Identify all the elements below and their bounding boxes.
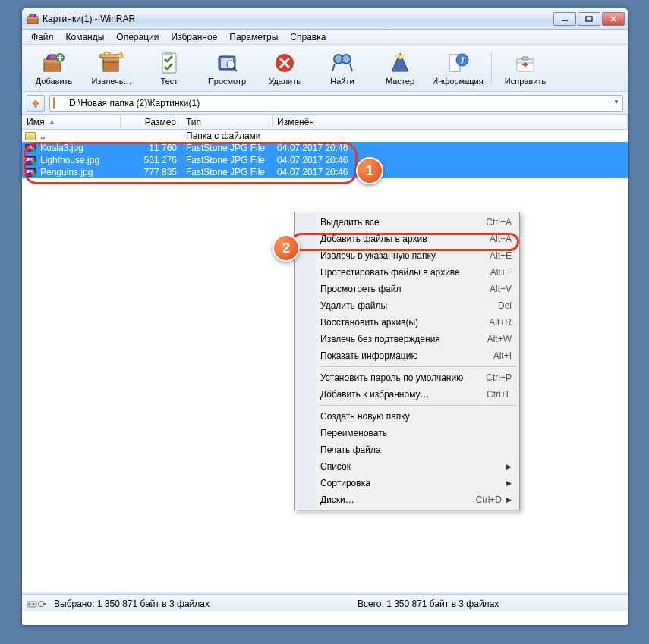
file-name: Penguins.jpg bbox=[36, 167, 121, 177]
file-name: Koala3.jpg bbox=[36, 143, 121, 153]
dropdown-arrow-icon[interactable]: ▼ bbox=[613, 99, 619, 105]
sort-asc-icon: ▲ bbox=[49, 118, 55, 125]
window-title: Картинки(1) - WinRAR bbox=[43, 14, 553, 24]
menu-options[interactable]: Параметры bbox=[223, 30, 284, 44]
tool-test[interactable]: Тест bbox=[142, 50, 197, 86]
menu-file[interactable]: Файл bbox=[25, 30, 60, 44]
cm-test-archive[interactable]: Протестировать файлы в архиве Alt+T bbox=[296, 264, 518, 281]
cm-show-info[interactable]: Показать информацию Alt+I bbox=[296, 347, 518, 364]
menu-operations[interactable]: Операции bbox=[110, 30, 165, 44]
tool-label: Информация bbox=[432, 77, 483, 86]
column-size[interactable]: Размер bbox=[121, 115, 181, 129]
annotation-callout-2: 2 bbox=[273, 234, 300, 262]
svg-point-35 bbox=[39, 601, 44, 606]
folder-icon bbox=[25, 132, 36, 140]
minimize-button[interactable] bbox=[553, 12, 576, 26]
status-bar: Выбрано: 1 350 871 байт в 3 файлах Всего… bbox=[22, 595, 628, 611]
context-menu-separator bbox=[319, 366, 516, 367]
tool-label: Извлечь… bbox=[91, 77, 131, 86]
tool-label: Удалить bbox=[269, 77, 301, 86]
parent-folder-row[interactable]: .. Папка с файлами bbox=[22, 130, 628, 142]
menubar: Файл Команды Операции Избранное Параметр… bbox=[22, 30, 628, 45]
add-icon bbox=[41, 50, 67, 76]
submenu-arrow-icon: ▶ bbox=[506, 463, 512, 470]
cm-add-to-archive[interactable]: Добавить файлы в архив Alt+A bbox=[296, 231, 518, 247]
file-type: FastStone JPG File bbox=[181, 155, 273, 165]
jpg-icon bbox=[25, 156, 36, 165]
menu-commands[interactable]: Команды bbox=[60, 30, 111, 44]
close-button[interactable] bbox=[602, 12, 625, 26]
submenu-arrow-icon: ▶ bbox=[506, 496, 512, 504]
cm-drives[interactable]: Диски… Ctrl+D ▶ bbox=[296, 492, 518, 508]
svg-rect-13 bbox=[165, 52, 173, 55]
up-button[interactable] bbox=[27, 95, 45, 112]
info-icon: i bbox=[445, 50, 471, 76]
cm-list[interactable]: Список ▶ bbox=[296, 458, 518, 475]
tool-add[interactable]: Добавить bbox=[27, 50, 81, 86]
menu-help[interactable]: Справка bbox=[284, 30, 332, 44]
address-input[interactable]: D:\Новая папка (2)\Картинки(1) ▼ bbox=[49, 95, 623, 112]
tool-view[interactable]: Просмотр bbox=[200, 50, 254, 86]
tool-wizard[interactable]: Мастер bbox=[373, 50, 427, 86]
file-row[interactable]: Koala3.jpg 11 760 FastStone JPG File 04.… bbox=[22, 142, 628, 154]
tool-extract[interactable]: Извлечь… bbox=[84, 50, 139, 86]
status-icon bbox=[27, 598, 46, 609]
status-total: Всего: 1 350 871 байт в 3 файлах bbox=[358, 598, 623, 609]
tool-find[interactable]: Найти bbox=[315, 50, 370, 86]
svg-rect-12 bbox=[162, 53, 176, 73]
address-path: D:\Новая папка (2)\Картинки(1) bbox=[69, 98, 200, 108]
cm-delete-files[interactable]: Удалить файлы Del bbox=[296, 297, 518, 314]
menu-favorites[interactable]: Избранное bbox=[165, 30, 224, 44]
file-size: 561 276 bbox=[121, 155, 181, 165]
cm-repair-archive[interactable]: Восстановить архив(ы) Alt+R bbox=[296, 314, 518, 331]
repair-icon bbox=[512, 50, 538, 76]
context-menu: Выделить все Ctrl+A Добавить файлы в арх… bbox=[294, 212, 520, 510]
window-buttons bbox=[553, 12, 625, 26]
annotation-callout-1: 1 bbox=[356, 157, 383, 184]
svg-rect-2 bbox=[31, 14, 34, 17]
file-name: Lighthouse.jpg bbox=[36, 155, 121, 165]
column-headers: Имя ▲ Размер Тип Изменён bbox=[22, 115, 628, 130]
cm-sort[interactable]: Сортировка ▶ bbox=[296, 475, 518, 492]
tool-info[interactable]: i Информация bbox=[430, 50, 485, 86]
cm-add-to-favorites[interactable]: Добавить к избранному… Ctrl+F bbox=[296, 386, 518, 403]
tool-label: Добавить bbox=[36, 77, 73, 86]
context-menu-separator bbox=[319, 405, 516, 406]
cm-select-all[interactable]: Выделить все Ctrl+A bbox=[296, 214, 518, 231]
file-type: FastStone JPG File bbox=[181, 167, 273, 177]
file-name: .. bbox=[36, 130, 121, 141]
column-modified[interactable]: Изменён bbox=[273, 115, 628, 129]
file-size: 777 835 bbox=[121, 167, 181, 177]
tool-label: Исправить bbox=[505, 77, 546, 86]
tool-repair[interactable]: Исправить bbox=[498, 50, 553, 86]
cm-extract-to[interactable]: Извлечь в указанную папку Alt+E bbox=[296, 247, 518, 264]
column-type[interactable]: Тип bbox=[181, 115, 273, 129]
toolbar: Добавить Извлечь… bbox=[22, 45, 628, 92]
toolbar-separator bbox=[491, 52, 492, 85]
cm-rename[interactable]: Переименовать bbox=[296, 425, 518, 441]
file-modified: 04.07.2017 20:46 bbox=[273, 167, 628, 177]
jpg-icon bbox=[25, 168, 36, 177]
titlebar: Картинки(1) - WinRAR bbox=[22, 8, 628, 30]
file-modified: 04.07.2017 20:46 bbox=[273, 155, 628, 165]
extract-icon bbox=[99, 50, 124, 76]
file-modified: 04.07.2017 20:46 bbox=[273, 143, 628, 153]
cm-view-file[interactable]: Просмотреть файл Alt+V bbox=[296, 281, 518, 297]
column-name[interactable]: Имя ▲ bbox=[22, 115, 121, 129]
tool-delete[interactable]: Удалить bbox=[257, 50, 312, 86]
file-type: Папка с файлами bbox=[181, 130, 273, 141]
cm-print-file[interactable]: Печать файла bbox=[296, 441, 518, 458]
svg-rect-31 bbox=[525, 63, 526, 68]
svg-rect-3 bbox=[562, 20, 568, 21]
file-row[interactable]: Penguins.jpg 777 835 FastStone JPG File … bbox=[22, 166, 628, 178]
cm-new-folder[interactable]: Создать новую папку bbox=[296, 408, 518, 425]
submenu-arrow-icon: ▶ bbox=[506, 479, 512, 487]
svg-rect-4 bbox=[586, 17, 592, 21]
test-icon bbox=[156, 50, 182, 76]
cm-extract-no-confirm[interactable]: Извлечь без подтверждения Alt+W bbox=[296, 331, 518, 347]
app-window: Картинки(1) - WinRAR Файл Команды Операц… bbox=[21, 8, 629, 626]
cm-set-password[interactable]: Установить пароль по умолчанию Ctrl+P bbox=[296, 369, 518, 386]
maximize-button[interactable] bbox=[578, 12, 600, 26]
file-row[interactable]: Lighthouse.jpg 561 276 FastStone JPG Fil… bbox=[22, 154, 628, 166]
folder-icon bbox=[53, 98, 65, 108]
